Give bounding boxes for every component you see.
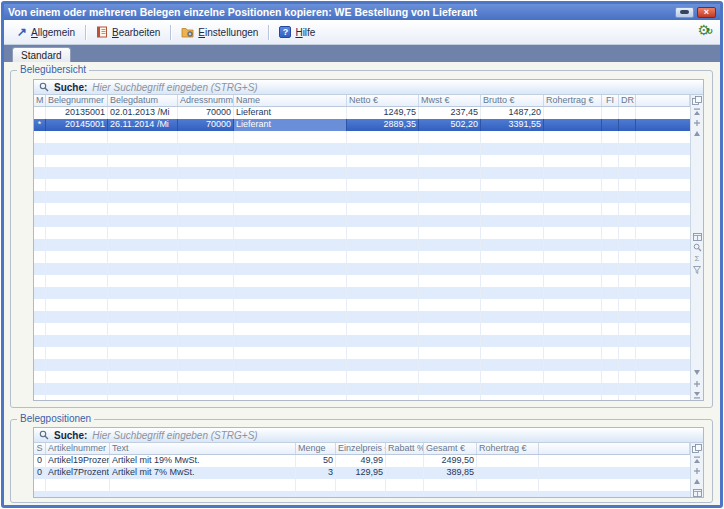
column-header[interactable]: FI	[602, 95, 619, 106]
dock-button[interactable]	[675, 7, 694, 18]
empty-row[interactable]	[34, 179, 690, 191]
empty-cell	[108, 191, 178, 203]
search-icon	[39, 430, 49, 440]
empty-row[interactable]	[34, 299, 690, 311]
empty-row[interactable]	[34, 143, 690, 155]
empty-cell	[619, 203, 636, 215]
last-row-button[interactable]	[691, 389, 703, 400]
filter-button[interactable]	[691, 264, 703, 275]
positions-search-field[interactable]: Suche: Hier Suchbegriff eingeben (STRG+S…	[34, 428, 703, 443]
empty-cell	[108, 335, 178, 347]
empty-cell	[347, 203, 419, 215]
table-row[interactable]: 20135001 02.01.2013 /Mi 70000 Lieferant …	[34, 107, 690, 119]
empty-cell	[481, 371, 544, 383]
empty-cell	[34, 359, 46, 371]
toolbar-separator	[268, 25, 269, 40]
column-header[interactable]: Belegdatum	[108, 95, 178, 106]
empty-row[interactable]	[34, 239, 690, 251]
column-header[interactable]: Netto €	[347, 95, 419, 106]
empty-row[interactable]	[34, 371, 690, 383]
column-header[interactable]: Gesamt €	[424, 443, 477, 454]
row-up-button[interactable]	[691, 128, 703, 139]
column-header[interactable]: Rohertrag €	[477, 443, 539, 454]
hilfe-menu-button[interactable]: ? Hilfe	[274, 24, 320, 40]
empty-cell	[34, 275, 46, 287]
empty-row[interactable]	[34, 203, 690, 215]
first-row-button[interactable]	[691, 106, 703, 117]
column-header[interactable]: Einzelpreis €	[336, 443, 386, 454]
cell-rabatt	[386, 455, 424, 467]
empty-cell	[619, 215, 636, 227]
column-header[interactable]: DR	[619, 95, 636, 106]
empty-row[interactable]	[34, 131, 690, 143]
empty-cell	[34, 227, 46, 239]
empty-row[interactable]	[34, 347, 690, 359]
column-header[interactable]: Name	[234, 95, 347, 106]
sum-button[interactable]: Σ	[691, 253, 703, 264]
empty-row[interactable]	[34, 251, 690, 263]
empty-row[interactable]	[34, 395, 690, 400]
einstellungen-menu-button[interactable]: Einstellungen	[176, 25, 263, 40]
allgemein-menu-button[interactable]: ↗ Allgemein	[12, 25, 80, 40]
empty-row[interactable]	[34, 359, 690, 371]
column-header[interactable]: Belegnummer	[46, 95, 108, 106]
column-header[interactable]: Rabatt %	[386, 443, 424, 454]
column-header[interactable]: Artikelnummer	[46, 443, 110, 454]
empty-cell	[619, 179, 636, 191]
gear-sync-icon[interactable]: ⚙↻	[697, 23, 710, 37]
empty-row[interactable]	[34, 227, 690, 239]
empty-cell	[419, 155, 481, 167]
empty-row[interactable]	[34, 263, 690, 275]
empty-cell	[481, 311, 544, 323]
column-header[interactable]: Rohertrag €	[544, 95, 602, 106]
tab-standard[interactable]: Standard	[12, 47, 71, 62]
insert-row-button[interactable]	[691, 465, 703, 476]
column-chooser-button[interactable]	[691, 443, 703, 454]
search-icon	[39, 82, 49, 92]
empty-cell	[602, 251, 619, 263]
empty-cell	[347, 143, 419, 155]
table-row[interactable]: 0 Artikel19Prozent Artikel mit 19% MwSt.…	[34, 455, 690, 467]
layout-button[interactable]	[691, 487, 703, 497]
row-down-button[interactable]	[691, 367, 703, 378]
empty-row[interactable]	[34, 491, 690, 497]
empty-row[interactable]	[34, 479, 690, 491]
column-header[interactable]: S	[34, 443, 46, 454]
column-header[interactable]: Mwst €	[419, 95, 481, 106]
empty-row[interactable]	[34, 311, 690, 323]
column-chooser-button[interactable]	[691, 95, 703, 106]
row-up-button[interactable]	[691, 476, 703, 487]
column-header[interactable]: Text	[110, 443, 296, 454]
empty-row[interactable]	[34, 215, 690, 227]
close-button[interactable]: ×	[697, 7, 716, 18]
empty-row[interactable]	[34, 155, 690, 167]
column-header[interactable]: Menge	[296, 443, 336, 454]
overview-search-field[interactable]: Suche: Hier Suchbegriff eingeben (STRG+S…	[34, 80, 703, 95]
table-row-selected[interactable]: * 20145001 26.11.2014 /Mi 70000 Lieferan…	[34, 119, 690, 131]
column-header[interactable]: Brutto €	[481, 95, 544, 106]
empty-row[interactable]	[34, 335, 690, 347]
append-row-button[interactable]	[691, 378, 703, 389]
empty-cell	[178, 239, 234, 251]
column-header[interactable]: Adressnumm	[178, 95, 234, 106]
empty-cell	[347, 179, 419, 191]
empty-cell	[636, 299, 690, 311]
bearbeiten-menu-button[interactable]: Bearbeiten	[91, 24, 165, 40]
column-header[interactable]: M	[34, 95, 46, 106]
first-row-button[interactable]	[691, 454, 703, 465]
empty-cell	[108, 251, 178, 263]
empty-cell	[178, 167, 234, 179]
empty-row[interactable]	[34, 191, 690, 203]
empty-row[interactable]	[34, 287, 690, 299]
empty-row[interactable]	[34, 383, 690, 395]
search-tool-button[interactable]	[691, 242, 703, 253]
layout-button[interactable]	[691, 231, 703, 242]
empty-row[interactable]	[34, 323, 690, 335]
table-row[interactable]: 0 Artikel7Prozent Artikel mit 7% MwSt. 3…	[34, 467, 690, 479]
empty-cell	[34, 131, 46, 143]
insert-row-button[interactable]	[691, 117, 703, 128]
empty-cell	[347, 275, 419, 287]
empty-row[interactable]	[34, 275, 690, 287]
cell-brutto: 3391,55	[481, 119, 544, 131]
empty-row[interactable]	[34, 167, 690, 179]
